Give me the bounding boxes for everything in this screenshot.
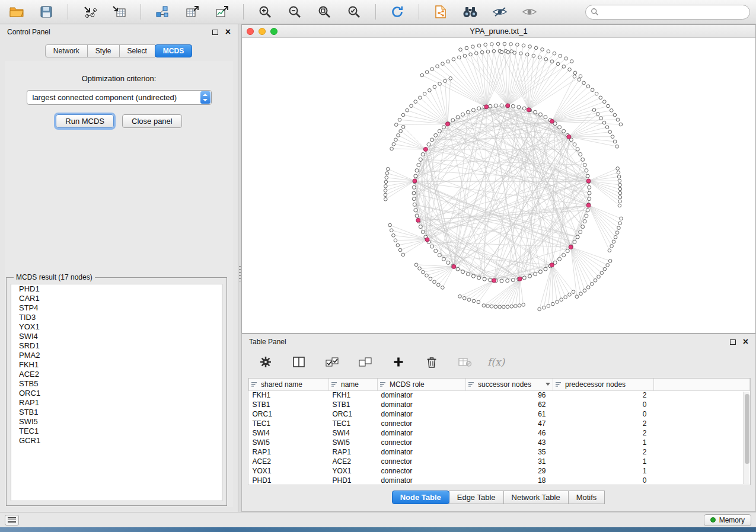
network-leaf-node[interactable] (433, 85, 436, 89)
network-leaf-node[interactable] (522, 44, 525, 47)
tab-node-table[interactable]: Node Table (392, 491, 449, 504)
network-leaf-node[interactable] (518, 304, 521, 307)
network-node[interactable] (586, 209, 589, 212)
network-leaf-node[interactable] (564, 57, 568, 60)
network-leaf-node[interactable] (429, 277, 432, 281)
network-leaf-node[interactable] (618, 222, 622, 225)
network-node[interactable] (451, 118, 455, 122)
network-leaf-node[interactable] (599, 96, 602, 100)
network-node[interactable] (442, 257, 445, 261)
network-leaf-node[interactable] (506, 50, 510, 54)
cell-filler[interactable] (654, 428, 750, 438)
network-node[interactable] (573, 240, 576, 243)
network-node[interactable] (477, 276, 481, 280)
network-node[interactable] (581, 225, 585, 229)
network-leaf-node[interactable] (384, 189, 387, 193)
network-leaf-node[interactable] (452, 57, 455, 61)
network-leaf-node[interactable] (619, 123, 623, 126)
network-leaf-node[interactable] (384, 193, 387, 197)
cell-successor-nodes[interactable]: 35 (466, 447, 553, 457)
mcds-result-item[interactable]: ACE2 (11, 370, 222, 379)
mcds-result-item[interactable]: PHD1 (11, 284, 222, 294)
network-leaf-node[interactable] (384, 180, 388, 184)
zoom-in-button[interactable] (254, 2, 276, 21)
zoom-out-button[interactable] (284, 2, 305, 21)
network-leaf-node[interactable] (384, 197, 387, 201)
import-network-file-button[interactable] (79, 2, 100, 21)
add-column-button[interactable] (388, 352, 409, 371)
network-node[interactable] (446, 261, 450, 264)
cell-successor-nodes[interactable]: 62 (466, 400, 553, 409)
float-panel-icon[interactable] (212, 30, 218, 35)
network-leaf-node[interactable] (612, 240, 615, 243)
zoom-fit-button[interactable] (314, 2, 335, 21)
cell-name[interactable]: SWI5 (329, 438, 378, 447)
network-graph[interactable] (242, 38, 755, 334)
network-dominator-node[interactable] (586, 203, 591, 207)
network-leaf-node[interactable] (490, 43, 494, 46)
mcds-result-item[interactable]: TEC1 (11, 427, 222, 436)
cell-mcds-role[interactable]: connector (378, 466, 466, 476)
network-leaf-node[interactable] (401, 113, 405, 117)
network-leaf-node[interactable] (595, 92, 598, 95)
network-node[interactable] (412, 197, 416, 201)
network-leaf-node[interactable] (459, 48, 462, 52)
cell-filler[interactable] (654, 409, 750, 419)
table-row[interactable]: ACE2ACE2connector311 (249, 457, 750, 466)
network-node[interactable] (581, 158, 585, 161)
network-leaf-node[interactable] (385, 172, 389, 175)
network-leaf-node[interactable] (599, 117, 603, 120)
network-leaf-node[interactable] (423, 92, 426, 96)
network-leaf-node[interactable] (575, 295, 579, 299)
network-leaf-node[interactable] (564, 296, 567, 299)
mcds-result-item[interactable]: GCR1 (11, 436, 222, 446)
refresh-view-button[interactable] (387, 2, 408, 21)
network-node[interactable] (562, 254, 566, 257)
network-node[interactable] (466, 273, 470, 276)
mcds-result-item[interactable]: YOX1 (11, 322, 222, 332)
network-canvas[interactable] (242, 38, 755, 333)
network-leaf-node[interactable] (385, 176, 388, 180)
network-dominator-node[interactable] (550, 263, 554, 267)
network-leaf-node[interactable] (516, 43, 519, 47)
network-node[interactable] (538, 113, 542, 116)
cell-mcds-role[interactable]: dominator (378, 400, 466, 409)
network-leaf-node[interactable] (462, 296, 466, 300)
network-leaf-node[interactable] (597, 275, 601, 278)
cell-mcds-role[interactable]: dominator (378, 390, 466, 400)
network-leaf-node[interactable] (611, 135, 614, 139)
network-leaf-node[interactable] (433, 280, 436, 284)
network-leaf-node[interactable] (449, 77, 452, 81)
cell-filler[interactable] (654, 476, 750, 485)
network-leaf-node[interactable] (490, 305, 493, 308)
network-node[interactable] (419, 225, 422, 229)
network-node[interactable] (466, 110, 470, 114)
network-leaf-node[interactable] (616, 167, 620, 171)
tab-select[interactable]: Select (119, 44, 155, 57)
cell-mcds-role[interactable]: dominator (378, 476, 466, 485)
network-node[interactable] (412, 191, 416, 195)
network-leaf-node[interactable] (617, 175, 621, 178)
network-leaf-node[interactable] (562, 65, 566, 69)
network-node[interactable] (489, 278, 492, 282)
network-leaf-node[interactable] (572, 290, 575, 294)
mcds-result-item[interactable]: ORC1 (11, 389, 222, 398)
network-leaf-node[interactable] (384, 184, 388, 188)
network-leaf-node[interactable] (496, 42, 500, 46)
function-builder-button[interactable]: f(x) (487, 356, 505, 368)
network-leaf-node[interactable] (594, 279, 597, 283)
network-leaf-node[interactable] (514, 305, 518, 308)
cell-predecessor-nodes[interactable]: 0 (553, 409, 654, 419)
network-leaf-node[interactable] (570, 60, 574, 63)
network-leaf-node[interactable] (401, 253, 405, 257)
network-leaf-node[interactable] (559, 54, 562, 57)
network-dominator-node[interactable] (452, 265, 456, 269)
cell-predecessor-nodes[interactable]: 0 (553, 400, 654, 409)
cell-filler[interactable] (654, 466, 750, 476)
network-leaf-node[interactable] (396, 243, 400, 247)
share-document-button[interactable] (430, 2, 451, 21)
network-leaf-node[interactable] (425, 70, 429, 74)
network-leaf-node[interactable] (603, 100, 607, 104)
network-leaf-node[interactable] (550, 60, 554, 63)
network-leaf-node[interactable] (441, 286, 445, 290)
